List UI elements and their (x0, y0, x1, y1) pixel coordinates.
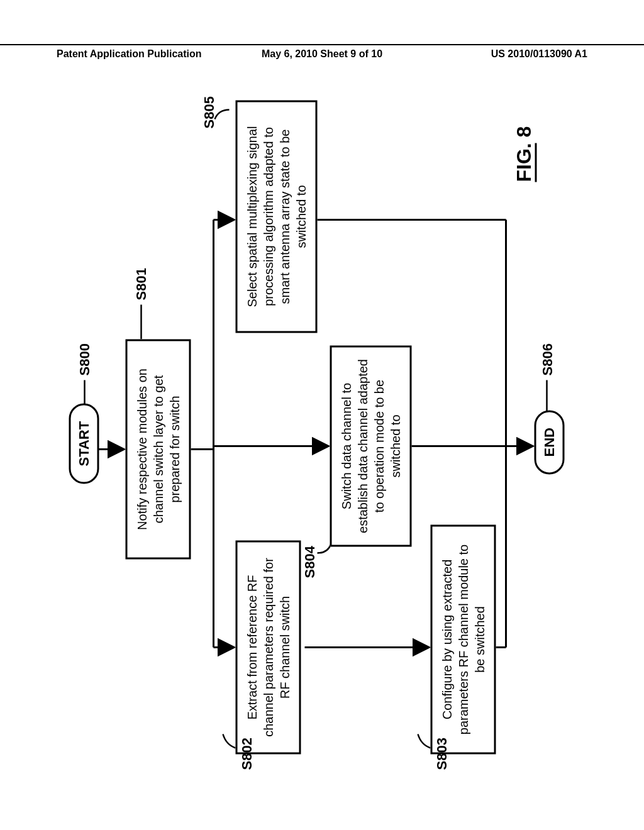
label-s802: S802 (239, 738, 255, 770)
box-s802: Extract from reference RF channel parame… (236, 541, 301, 755)
box-s801: Notify respective modules on channel swi… (126, 340, 191, 560)
label-s801: S801 (133, 268, 150, 300)
label-s805: S805 (201, 96, 218, 128)
header-date-sheet: May 6, 2010 Sheet 9 of 10 (262, 48, 382, 60)
header-patent-number: US 2010/0113090 A1 (491, 48, 644, 60)
box-s803: Configure by using extracted parameters … (431, 525, 496, 755)
figure-label: FIG. 8 (513, 126, 536, 182)
end-terminal: END (535, 410, 565, 474)
box-s805: Select spatial multiplexing signal proce… (236, 101, 318, 333)
start-terminal: START (69, 404, 99, 484)
header-publication: Patent Application Publication (0, 48, 202, 60)
box-s804: Switch data channel to establish data ch… (330, 346, 412, 547)
label-s800: S800 (77, 343, 93, 375)
label-s804: S804 (302, 546, 318, 578)
label-s806: S806 (540, 343, 556, 375)
label-s803: S803 (434, 738, 450, 770)
flowchart-diagram: START S800 Notify respective modules on … (0, 162, 644, 690)
